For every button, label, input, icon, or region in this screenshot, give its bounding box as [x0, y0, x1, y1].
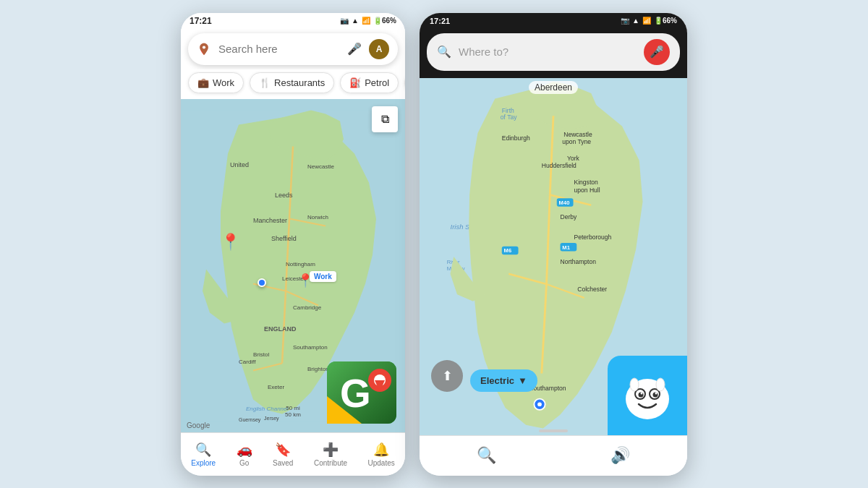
waze-search-placeholder[interactable]: Where to? [459, 46, 637, 58]
waze-face-svg [618, 367, 676, 424]
svg-text:Firth: Firth [502, 106, 514, 114]
explore-label: Explore [191, 459, 216, 467]
waze-mic-button[interactable]: 🎤 [644, 39, 670, 65]
main-container: 17:21 📷 ▲ 📶 🔋66% Search here 🎤 A [0, 0, 868, 488]
updates-label: Updates [368, 459, 395, 467]
briefcase-icon: 💼 [197, 77, 209, 88]
waze-search-nav-icon: 🔍 [477, 446, 496, 465]
electric-label: Electric [480, 375, 514, 386]
waze-phone: 17:21 📷 ▲ 📶 🔋66% 🔍 Where to? 🎤 Aberdeen [420, 13, 687, 476]
aberdeen-city-label: Aberdeen [529, 81, 578, 94]
microphone-icon[interactable]: 🎤 [347, 42, 362, 56]
waze-mascot-icon[interactable] [608, 356, 687, 435]
fork-icon: 🍴 [259, 77, 271, 88]
contribute-label: Contribute [314, 459, 347, 467]
scale-bar: 50 mi50 km [285, 405, 301, 418]
svg-text:York: York [567, 155, 580, 162]
svg-text:Newcastle: Newcastle [563, 130, 592, 137]
svg-text:G: G [340, 371, 371, 416]
google-maps-app-icon: G [326, 360, 398, 425]
svg-text:Bristol: Bristol [253, 351, 269, 357]
quick-action-groceries[interactable]: 🛒 Groce... [404, 72, 405, 93]
waze-map-area[interactable]: Aberdeen Irish Sea River Mersey Thames E… [420, 78, 687, 435]
svg-text:Kingston: Kingston [574, 179, 599, 186]
user-location-dot [258, 278, 266, 287]
petrol-label: Petrol [365, 77, 389, 88]
waze-search-input-container[interactable]: 🔍 Where to? 🎤 [427, 33, 680, 71]
nav-saved[interactable]: 🔖 Saved [273, 442, 293, 467]
nav-go[interactable]: 🚗 Go [237, 442, 252, 467]
svg-text:Huddersfield: Huddersfield [542, 161, 576, 168]
svg-text:Norwich: Norwich [307, 213, 328, 220]
google-time: 17:21 [190, 16, 212, 26]
svg-text:M6: M6 [504, 247, 512, 254]
waze-battery-icon: 🔋66% [654, 17, 677, 25]
layers-icon: ⧉ [381, 113, 389, 126]
waze-wifi-icon: 📶 [642, 17, 651, 25]
svg-text:Manchester: Manchester [253, 216, 287, 223]
go-label: Go [239, 459, 249, 467]
svg-text:Guernsey: Guernsey [239, 416, 261, 422]
svg-text:Nottingham: Nottingham [286, 260, 315, 267]
waze-location-button[interactable]: ⬆ [431, 360, 463, 392]
battery-icon: 🔋66% [373, 17, 396, 25]
signal-icon: ▲ [352, 17, 359, 25]
svg-point-75 [641, 392, 643, 394]
svg-text:English Channel: English Channel [246, 405, 288, 411]
waze-nav-search[interactable]: 🔍 [471, 440, 503, 471]
google-bottom-nav: 🔍 Explore 🚗 Go 🔖 Saved ➕ Contribute 🔔 Up… [181, 432, 405, 476]
waze-status-bar: 17:21 📷 ▲ 📶 🔋66% [420, 13, 687, 29]
location-pin-red: 📍 [221, 233, 240, 252]
nav-updates[interactable]: 🔔 Updates [368, 442, 395, 467]
svg-text:Sheffield: Sheffield [271, 234, 297, 241]
waze-nav-volume[interactable]: 🔊 [605, 440, 637, 471]
search-input-container[interactable]: Search here 🎤 A [188, 33, 398, 65]
waze-status-icons: 📷 ▲ 📶 🔋66% [621, 17, 677, 25]
waze-search-icon: 🔍 [437, 45, 451, 59]
contribute-icon: ➕ [323, 442, 339, 458]
svg-text:United: United [230, 160, 249, 168]
google-search-bar: Search here 🎤 A [181, 29, 405, 69]
svg-text:M40: M40 [559, 199, 570, 205]
svg-point-0 [203, 46, 205, 48]
waze-time: 17:21 [430, 17, 450, 25]
waze-bottom-nav: 🔍 🔊 [420, 435, 687, 476]
svg-point-69 [537, 402, 542, 406]
svg-text:Southampton: Southampton [293, 343, 328, 350]
svg-text:M1: M1 [562, 244, 570, 250]
svg-point-76 [655, 392, 658, 394]
user-avatar[interactable]: A [369, 39, 389, 59]
google-map-area[interactable]: Leeds Manchester Sheffield Nottingham Le… [181, 99, 405, 432]
electric-filter-button[interactable]: Electric ▼ [470, 369, 537, 392]
dropdown-chevron-icon: ▼ [518, 375, 527, 386]
svg-point-77 [630, 378, 639, 391]
layers-button[interactable]: ⧉ [372, 106, 398, 132]
svg-text:upon Hull: upon Hull [574, 186, 600, 193]
navigation-arrow-icon: ⬆ [442, 368, 453, 384]
petrol-icon: ⛽ [349, 77, 361, 88]
quick-action-work[interactable]: 💼 Work [188, 72, 244, 93]
svg-text:Jersey: Jersey [264, 415, 279, 421]
quick-action-petrol[interactable]: ⛽ Petrol [340, 72, 399, 93]
nav-contribute[interactable]: ➕ Contribute [314, 442, 347, 467]
svg-text:Cardiff: Cardiff [239, 358, 256, 364]
google-watermark: Google [187, 421, 210, 429]
svg-text:Cambridge: Cambridge [293, 304, 322, 310]
svg-text:of Tay: of Tay [501, 114, 517, 121]
svg-text:Derby: Derby [561, 213, 578, 220]
go-icon: 🚗 [237, 442, 252, 458]
camera-icon: 📷 [340, 17, 349, 25]
nav-explore[interactable]: 🔍 Explore [191, 442, 216, 467]
google-status-icons: 📷 ▲ 📶 🔋66% [340, 17, 396, 25]
svg-text:Exeter: Exeter [268, 383, 284, 390]
svg-text:Peterborough: Peterborough [574, 234, 612, 241]
svg-text:Newcastle: Newcastle [307, 163, 334, 169]
quick-action-restaurants[interactable]: 🍴 Restaurants [250, 72, 334, 93]
drag-handle [539, 429, 568, 432]
waze-search-bar: 🔍 Where to? 🎤 [420, 29, 687, 78]
google-status-bar: 17:21 📷 ▲ 📶 🔋66% [181, 13, 405, 29]
explore-icon: 🔍 [195, 442, 211, 458]
svg-text:Edinburgh: Edinburgh [502, 134, 530, 141]
search-placeholder[interactable]: Search here [218, 43, 340, 55]
svg-text:upon Tyne: upon Tyne [562, 138, 591, 145]
